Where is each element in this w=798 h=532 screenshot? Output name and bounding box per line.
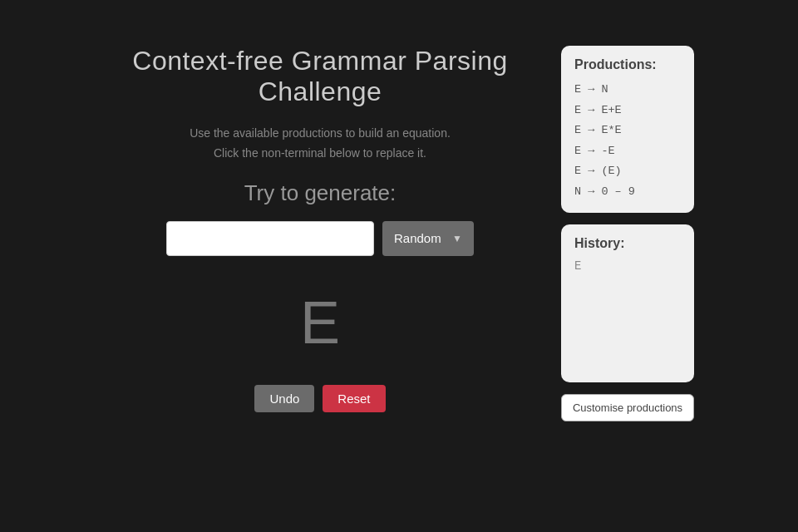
history-content: E [574,259,681,273]
try-label: Try to generate: [244,180,397,206]
production-item: E → N [574,81,681,99]
productions-panel: Productions: E → NE → E+EE → E*EE → -EE … [561,46,694,213]
productions-title: Productions: [574,57,681,72]
page-title: Context-free Grammar Parsing Challenge [104,46,536,107]
chevron-down-icon: ▼ [452,233,462,244]
main-panel: Context-free Grammar Parsing Challenge U… [104,46,536,412]
expression-display[interactable]: E [300,285,340,360]
instruction-line2: Click the non-terminal below to replace … [190,144,451,164]
target-number-input[interactable]: 4 [166,221,374,256]
random-label: Random [394,231,441,245]
production-item: E → (E) [574,162,681,180]
instructions: Use the available productions to build a… [190,124,451,164]
production-item: E → -E [574,142,681,160]
history-panel: History: E [561,224,694,382]
random-dropdown[interactable]: Random ▼ [382,221,474,256]
reset-button[interactable]: Reset [323,385,385,412]
right-panel: Productions: E → NE → E+EE → E*EE → -EE … [561,46,694,421]
instruction-line1: Use the available productions to build a… [190,124,451,144]
history-title: History: [574,236,681,251]
production-item: N → 0 – 9 [574,183,681,201]
customise-productions-button[interactable]: Customise productions [561,394,694,421]
production-item: E → E+E [574,101,681,120]
action-buttons: Undo Reset [254,385,385,412]
expression-symbol[interactable]: E [300,288,340,357]
production-item: E → E*E [574,121,681,140]
input-row: 4 Random ▼ [166,221,474,256]
app-container: Context-free Grammar Parsing Challenge U… [0,0,798,532]
production-list: E → NE → E+EE → E*EE → -EE → (E)N → 0 – … [574,81,681,201]
undo-button[interactable]: Undo [254,385,314,412]
